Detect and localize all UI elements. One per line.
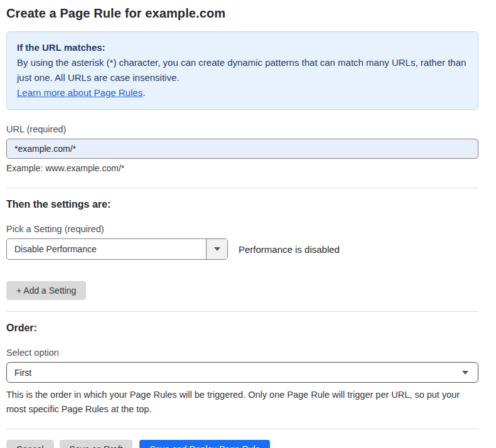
page-title: Create a Page Rule for example.com — [6, 6, 478, 21]
cancel-button[interactable]: Cancel — [6, 440, 54, 448]
info-box-heading: If the URL matches: — [17, 40, 468, 55]
settings-heading: Then the settings are: — [6, 199, 478, 210]
divider — [6, 311, 478, 312]
chevron-down-icon — [214, 247, 220, 251]
info-box-link-line: Learn more about Page Rules. — [17, 85, 468, 100]
order-helper-text: This is the order in which your Page Rul… — [6, 388, 478, 417]
select-option-label: Select option — [6, 348, 478, 358]
setting-dropdown[interactable]: Disable Performance — [6, 238, 228, 260]
order-select[interactable]: First — [6, 362, 478, 383]
pick-setting-label: Pick a Setting (required) — [6, 224, 478, 234]
order-select-value: First — [14, 368, 31, 378]
divider — [6, 429, 478, 429]
url-input[interactable] — [6, 139, 478, 159]
chevron-down-icon — [462, 371, 468, 375]
order-heading: Order: — [6, 323, 478, 334]
info-box-body: By using the asterisk (*) character, you… — [17, 55, 468, 85]
create-page-rule-form: Create a Page Rule for example.com If th… — [6, 6, 478, 448]
divider — [6, 188, 478, 188]
save-and-deploy-button[interactable]: Save and Deploy Page Rule — [139, 440, 270, 448]
form-actions: Cancel Save as Draft Save and Deploy Pag… — [6, 440, 478, 448]
setting-dropdown-value: Disable Performance — [7, 239, 206, 259]
link-suffix: . — [143, 87, 145, 98]
url-match-info-box: If the URL matches: By using the asteris… — [6, 31, 478, 110]
setting-dropdown-arrow-button[interactable] — [206, 239, 227, 259]
url-label: URL (required) — [6, 124, 478, 134]
add-setting-button[interactable]: + Add a Setting — [6, 281, 86, 300]
setting-status-text: Performance is disabled — [239, 244, 340, 255]
save-as-draft-button[interactable]: Save as Draft — [60, 440, 133, 448]
url-example-text: Example: www.example.com/* — [6, 163, 478, 173]
setting-row: Disable Performance Performance is disab… — [6, 238, 478, 260]
learn-more-link[interactable]: Learn more about Page Rules — [17, 87, 143, 98]
